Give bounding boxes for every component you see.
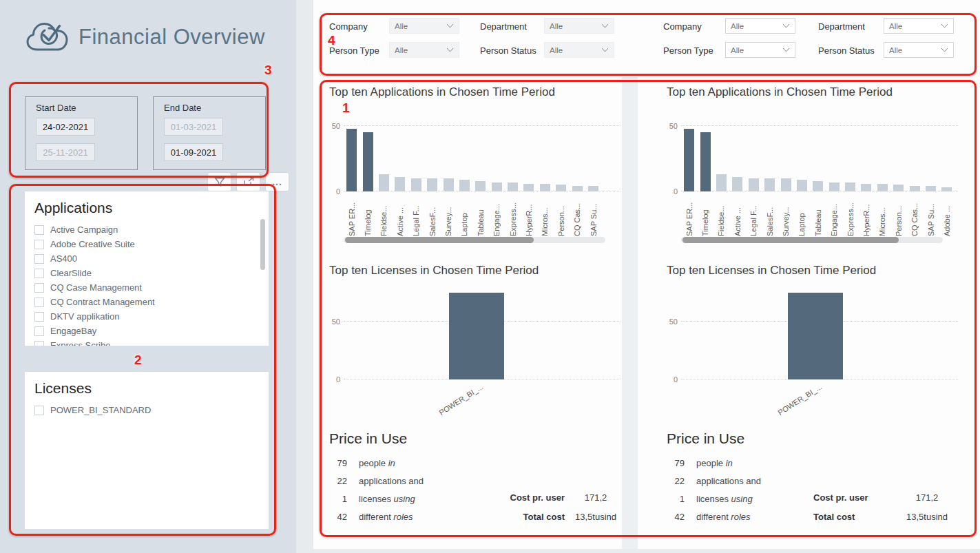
end-date-input-2[interactable]: 01-09-2021 [164, 143, 223, 161]
applications-list: Active CampaignAdobe Creative SuiteAS400… [34, 222, 262, 346]
bar-Laptop[interactable] [459, 180, 470, 191]
checkbox-icon[interactable] [34, 326, 44, 336]
bar-Timelog[interactable] [363, 132, 373, 191]
bar-Tableau[interactable] [813, 181, 823, 191]
checkbox-icon[interactable] [34, 341, 44, 346]
checkbox-icon[interactable] [34, 298, 44, 307]
person-type-dropdown[interactable]: Alle [725, 42, 795, 58]
department-dropdown[interactable]: Alle [544, 18, 614, 34]
bar-Laptop[interactable] [797, 180, 807, 191]
bar-CQ Cas...[interactable] [910, 186, 920, 191]
bar-HyperR...[interactable] [861, 184, 871, 191]
end-date-input-1[interactable]: 01-03-2021 [164, 118, 223, 136]
person-status-dropdown[interactable]: Alle [884, 42, 954, 58]
company-dropdown[interactable]: Alle [725, 18, 795, 34]
checkbox-icon[interactable] [34, 254, 44, 264]
start-date-input-2[interactable]: 25-11-2021 [36, 143, 95, 161]
bar-Engage...[interactable] [492, 182, 502, 191]
x-axis-label: Engage... [492, 195, 501, 236]
bar-Fieldse...[interactable] [379, 174, 389, 191]
scrollbar-thumb[interactable] [345, 237, 534, 243]
bar-Micros...[interactable] [877, 184, 888, 191]
apps-chart-scrollbar[interactable] [344, 237, 605, 243]
focus-mode-icon[interactable] [237, 173, 260, 191]
x-axis-label: SAP ER... [348, 195, 356, 236]
bar-POWER_BI_...[interactable] [788, 293, 843, 379]
person-type-dropdown[interactable]: Alle [389, 42, 459, 58]
chevron-down-icon [941, 48, 948, 52]
visual-header-toolbar: ... [208, 173, 289, 191]
more-options-icon[interactable]: ... [266, 173, 289, 191]
filter-icon[interactable] [208, 173, 231, 191]
bar-SAP Su...[interactable] [926, 186, 936, 191]
page-title: Financial Overview [79, 25, 265, 50]
list-item-label: ClearSlide [50, 268, 92, 278]
bar-Person...[interactable] [893, 185, 904, 191]
department-dropdown[interactable]: Alle [884, 18, 954, 34]
bar-Timelog[interactable] [700, 132, 711, 191]
x-axis-label: Fieldse... [379, 195, 388, 236]
bar-SAP ER...[interactable] [346, 129, 357, 191]
bar-Express...[interactable] [508, 182, 518, 191]
checkbox-icon[interactable] [34, 269, 44, 278]
apps-chart-scrollbar[interactable] [681, 237, 943, 243]
price-row: 42 different roles [329, 509, 413, 524]
company-dropdown[interactable]: Alle [389, 18, 459, 34]
list-item[interactable]: CQ Contract Management [34, 295, 262, 309]
checkbox-icon[interactable] [34, 240, 44, 249]
bar-Micros...[interactable] [540, 184, 550, 191]
x-axis-label: POWER_BI_... [777, 382, 834, 432]
bar-Legal F...[interactable] [411, 178, 421, 191]
checkbox-icon[interactable] [34, 312, 44, 322]
start-date-slicer: Start Date 24-02-2021 25-11-2021 [25, 96, 138, 170]
apps-chart-x-labels: SAP ER...TimelogFieldse...Active ...Lega… [681, 195, 955, 236]
x-axis-label: Micros... [878, 195, 886, 236]
bar-Engage...[interactable] [829, 182, 840, 191]
bar-SAP ER...[interactable] [684, 129, 694, 191]
y-tick-50: 50 [669, 317, 678, 326]
bar-Person...[interactable] [556, 185, 566, 191]
bar-Fieldse...[interactable] [716, 174, 727, 191]
bar-Survey...[interactable] [781, 178, 791, 191]
bar-Active ...[interactable] [732, 177, 742, 191]
bar-Active ...[interactable] [395, 177, 405, 191]
department-filter-label: Department [480, 21, 527, 32]
list-item[interactable]: ClearSlide [34, 266, 262, 280]
list-item[interactable]: DKTV applikation [34, 309, 262, 324]
bar-HyperR...[interactable] [523, 184, 534, 191]
sidebar-divider [296, 0, 313, 553]
bar-Adobe ...[interactable] [941, 187, 952, 191]
list-item[interactable]: Active Campaign [34, 222, 262, 237]
list-item[interactable]: EngageBay [34, 324, 262, 338]
bar-Express...[interactable] [845, 182, 855, 191]
bar-SalesF...[interactable] [764, 178, 775, 191]
checkbox-icon[interactable] [34, 225, 44, 235]
chevron-down-icon [941, 23, 948, 28]
person-status-dropdown[interactable]: Alle [544, 42, 614, 58]
bar-POWER_BI_...[interactable] [449, 293, 504, 379]
bar-Survey...[interactable] [444, 178, 454, 191]
list-item[interactable]: Express Scribe [34, 338, 262, 346]
bar-CQ Cas...[interactable] [572, 186, 583, 191]
checkbox-icon[interactable] [34, 283, 44, 293]
y-tick-50: 50 [332, 122, 340, 130]
list-item[interactable]: CQ Case Management [34, 280, 262, 295]
bar-SAP Su...[interactable] [588, 186, 598, 191]
licenses-chart: 50 0 [326, 275, 621, 379]
bar-Legal F...[interactable] [749, 178, 759, 191]
x-axis-label: Legal F... [749, 195, 758, 236]
start-date-input-1[interactable]: 24-02-2021 [36, 118, 95, 136]
list-item[interactable]: POWER_BI_STANDARD [34, 403, 262, 417]
y-tick-50: 50 [669, 122, 678, 130]
list-item[interactable]: Adobe Creative Suite [34, 237, 262, 251]
applications-title: Applications [34, 200, 262, 216]
bar-SalesF...[interactable] [427, 178, 437, 191]
checkbox-icon[interactable] [34, 406, 44, 415]
list-item[interactable]: AS400 [34, 251, 262, 266]
scrollbar-thumb[interactable] [682, 237, 899, 243]
x-axis-label: Survey... [444, 195, 452, 236]
bar-Tableau[interactable] [475, 181, 486, 191]
price-row: 79 people in [329, 455, 395, 470]
applications-scrollbar[interactable] [260, 219, 265, 270]
x-axis-label: HyperR... [525, 195, 533, 236]
